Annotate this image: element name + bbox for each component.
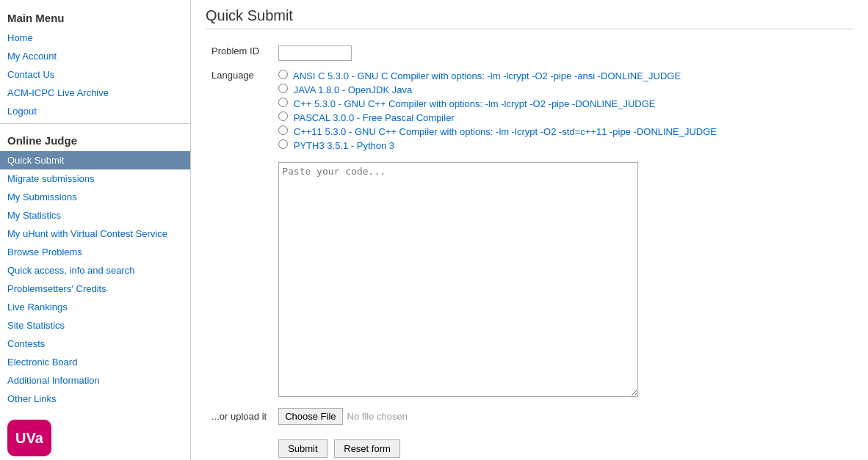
main-menu-nav: Home My Account Contact Us ACM-ICPC Live… [0, 29, 190, 120]
code-row [206, 158, 723, 404]
upload-label: ...or upload it [206, 404, 272, 429]
sidebar-item-acm-icpc[interactable]: ACM-ICPC Live Archive [0, 84, 190, 102]
sidebar-item-problemsetters[interactable]: Problemsetters' Credits [0, 280, 190, 298]
action-row: Submit Reset form [206, 429, 723, 460]
sidebar-item-migrate[interactable]: Migrate submissions [0, 169, 190, 188]
sidebar-item-contests[interactable]: Contests [0, 335, 190, 353]
sidebar-item-home[interactable]: Home [0, 29, 190, 47]
language-label-0: ANSI C 5.3.0 - GNU C Compiler with optio… [293, 70, 681, 81]
main-menu-title: Main Menu [0, 4, 190, 29]
quick-submit-form: Problem ID Language ANSI C 5.3.0 - GNU C… [206, 41, 723, 460]
sidebar-item-additional-info[interactable]: Additional Information [0, 371, 190, 390]
language-radio-1[interactable] [278, 84, 288, 93]
language-option-5[interactable]: PYTH3 3.5.1 - Python 3 [278, 139, 717, 151]
choose-file-button[interactable]: Choose File [278, 408, 342, 425]
language-label-5: PYTH3 3.5.1 - Python 3 [294, 140, 394, 151]
sidebar-item-other-links[interactable]: Other Links [0, 390, 190, 408]
language-label-1: JAVA 1.8.0 - OpenJDK Java [294, 84, 412, 95]
language-label-4: C++11 5.3.0 - GNU C++ Compiler with opti… [294, 126, 717, 137]
sidebar: Main Menu Home My Account Contact Us ACM… [0, 0, 191, 460]
sidebar-item-browse-problems[interactable]: Browse Problems [0, 243, 190, 261]
sidebar-item-site-statistics[interactable]: Site Statistics [0, 316, 190, 335]
sidebar-item-live-rankings[interactable]: Live Rankings [0, 298, 190, 316]
language-radio-0[interactable] [278, 70, 288, 79]
sidebar-item-logout[interactable]: Logout [0, 102, 190, 120]
problem-id-row: Problem ID [206, 41, 723, 65]
sidebar-item-my-statistics[interactable]: My Statistics [0, 206, 190, 224]
action-buttons: Submit Reset form [278, 439, 717, 458]
reset-button[interactable]: Reset form [334, 439, 400, 458]
sidebar-item-uhunt[interactable]: My uHunt with Virtual Contest Service [0, 224, 190, 243]
no-file-label: No file chosen [347, 411, 408, 422]
sidebar-item-contact-us[interactable]: Contact Us [0, 65, 190, 84]
problem-id-input[interactable] [278, 45, 352, 61]
sidebar-item-my-account[interactable]: My Account [0, 47, 190, 65]
code-label [206, 158, 272, 404]
submit-button[interactable]: Submit [278, 439, 327, 458]
file-input-wrapper: Choose File No file chosen [278, 408, 717, 425]
language-option-2[interactable]: C++ 5.3.0 - GNU C++ Compiler with option… [278, 98, 717, 109]
language-radio-5[interactable] [278, 139, 288, 149]
online-judge-title: Online Judge [0, 127, 190, 151]
language-radio-3[interactable] [278, 112, 288, 121]
page-title: Quick Submit [206, 7, 853, 29]
language-option-4[interactable]: C++11 5.3.0 - GNU C++ Compiler with opti… [278, 125, 717, 137]
sidebar-item-quick-access[interactable]: Quick access, info and search [0, 261, 190, 280]
uva-badge: UVa [7, 420, 51, 456]
language-option-0[interactable]: ANSI C 5.3.0 - GNU C Compiler with optio… [278, 70, 717, 81]
online-judge-nav: Quick Submit Migrate submissions My Subm… [0, 151, 190, 408]
main-content: Quick Submit Problem ID Language ANSI C … [191, 0, 868, 460]
sidebar-item-quick-submit[interactable]: Quick Submit [0, 151, 190, 169]
language-label-3: PASCAL 3.0.0 - Free Pascal Compiler [294, 112, 455, 123]
sidebar-item-my-submissions[interactable]: My Submissions [0, 188, 190, 206]
language-option-3[interactable]: PASCAL 3.0.0 - Free Pascal Compiler [278, 112, 717, 123]
language-radio-2[interactable] [278, 98, 288, 107]
language-radio-4[interactable] [278, 125, 288, 135]
code-textarea[interactable] [278, 162, 638, 397]
upload-row: ...or upload it Choose File No file chos… [206, 404, 723, 429]
language-options: ANSI C 5.3.0 - GNU C Compiler with optio… [278, 70, 717, 151]
problem-id-label: Problem ID [206, 41, 272, 65]
sidebar-item-electronic-board[interactable]: Electronic Board [0, 353, 190, 371]
language-label: Language [206, 65, 272, 158]
language-row: Language ANSI C 5.3.0 - GNU C Compiler w… [206, 65, 723, 158]
language-option-1[interactable]: JAVA 1.8.0 - OpenJDK Java [278, 84, 717, 95]
language-label-2: C++ 5.3.0 - GNU C++ Compiler with option… [294, 98, 656, 109]
